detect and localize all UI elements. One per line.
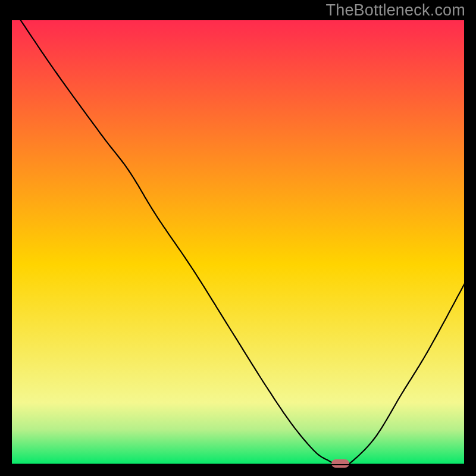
plot-frame	[11, 19, 465, 465]
watermark-text: TheBottleneck.com	[325, 1, 465, 20]
